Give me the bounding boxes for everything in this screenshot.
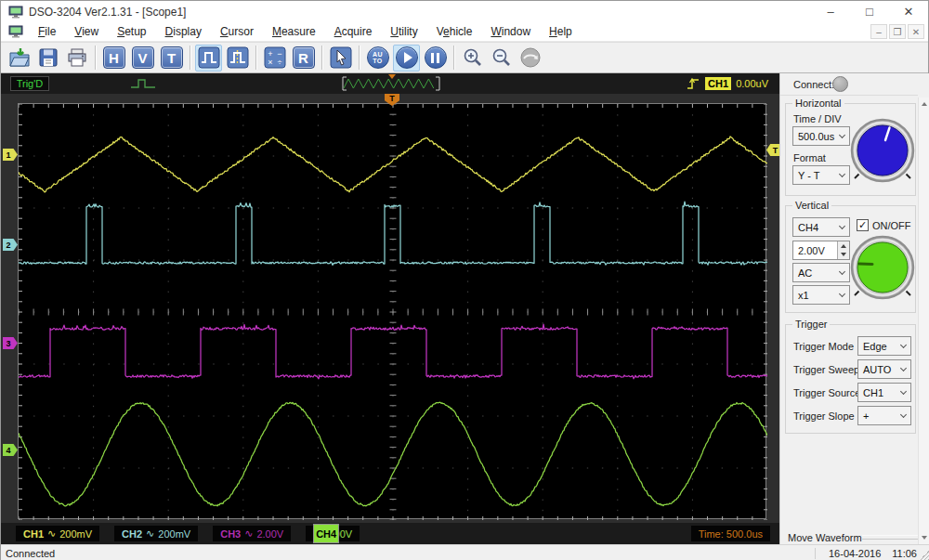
r-letter-icon: R (293, 46, 315, 69)
pulse-measure-button[interactable] (224, 45, 251, 72)
vertical-group-title: Vertical (792, 200, 831, 211)
scrollbar-down-icon[interactable] (919, 531, 929, 544)
menu-help[interactable]: Help (540, 23, 582, 40)
mdi-minimize-button[interactable]: – (870, 24, 887, 39)
connection-status-text: Connected (6, 548, 55, 559)
trigger-sweep-select[interactable]: AUTO (857, 359, 911, 379)
channel-readouts-bar: CH1 ∿ 200mV CH2 ∿ 200mV CH3 ∿ 2.00V CH4 … (1, 523, 779, 544)
ref-waveform-button[interactable]: R (290, 45, 317, 72)
ch3-readout-badge[interactable]: CH3 ∿ 2.00V (213, 526, 291, 541)
channel-onoff-checkbox[interactable]: ✓ (857, 219, 869, 231)
channel-3-position-marker[interactable]: 3 (3, 337, 18, 349)
mdi-close-button[interactable]: ✕ (908, 24, 924, 39)
toolbar-separator (359, 46, 360, 70)
vertical-knob[interactable] (847, 232, 918, 303)
mdi-restore-button[interactable]: ❐ (889, 24, 906, 39)
trigger-source-label: Trigger Source (793, 387, 860, 398)
trigger-level-marker[interactable]: T (766, 144, 780, 156)
trigger-mode-label: Trigger Mode (793, 341, 854, 352)
mdi-child-icon (8, 25, 23, 38)
minimize-button[interactable]: – (811, 1, 850, 22)
chevron-down-icon (900, 388, 907, 395)
pulse-indicator-icon (129, 77, 157, 90)
resize-grip[interactable] (920, 551, 929, 560)
zoom-out-button[interactable] (488, 45, 515, 72)
toolbar-separator (95, 46, 96, 70)
toolbar-separator (453, 46, 454, 70)
run-button[interactable] (393, 45, 420, 72)
menu-utility[interactable]: Utility (381, 23, 426, 40)
format-label: Format (793, 152, 826, 163)
menu-window[interactable]: Window (481, 23, 540, 40)
channel-1-position-marker[interactable]: 1 (3, 149, 18, 161)
print-button[interactable] (63, 45, 90, 72)
chevron-down-icon (839, 132, 845, 138)
waveform-plot-area[interactable] (18, 103, 766, 519)
ch4-readout-badge[interactable]: CH4 ∿ 2.00V (306, 526, 360, 541)
scrollbar-up-icon[interactable] (919, 98, 929, 111)
panel-scrollbar[interactable] (918, 98, 929, 544)
preview-trigger-marker[interactable] (388, 74, 396, 79)
menu-setup[interactable]: Setup (108, 23, 155, 40)
chevron-down-icon (839, 223, 845, 229)
channel-2-position-marker[interactable]: 2 (3, 239, 18, 251)
title-bar: DSO-3204 Ver2.1.31 - [Scope1] – □ ✕ (1, 1, 928, 22)
math-operators-icon: + − × ÷ (264, 46, 286, 69)
autoset-icon: AUTO (367, 46, 389, 69)
trigger-status-badge: Trig'D (10, 76, 49, 91)
oscilloscope-app-window: DSO-3204 Ver2.1.31 - [Scope1] – □ ✕ File… (0, 0, 929, 560)
autoset-button[interactable]: AUTO (364, 45, 391, 72)
menu-bar: File View Setup Display Cursor Measure A… (1, 22, 928, 42)
trigger-panel-button[interactable]: T (158, 45, 185, 72)
horizontal-panel-button[interactable]: H (100, 45, 127, 72)
trigger-slope-select[interactable]: + (857, 406, 911, 425)
time-div-label: Time / DIV (793, 113, 842, 124)
open-button[interactable] (6, 45, 33, 72)
record-position-preview[interactable] (342, 76, 440, 91)
status-bar: Connected 16-04-2016 11:06 (1, 544, 929, 560)
probe-select[interactable]: x1 (792, 285, 850, 305)
onoff-label: ON/OFF (872, 220, 911, 231)
pulse-trigger-button[interactable] (195, 45, 222, 72)
save-button[interactable] (34, 45, 61, 72)
cursor-tool-button[interactable] (327, 45, 354, 72)
horizontal-knob[interactable] (847, 115, 918, 186)
zoom-in-icon (462, 46, 484, 69)
close-button[interactable]: ✕ (889, 1, 928, 22)
menu-measure[interactable]: Measure (263, 23, 325, 40)
menu-vehicle[interactable]: Vehicle (427, 23, 482, 40)
ac-coupling-icon: ∿ (146, 527, 154, 540)
ch2-readout-badge[interactable]: CH2 ∿ 200mV (114, 526, 198, 541)
toolbar-separator (255, 46, 256, 70)
menu-view[interactable]: View (65, 23, 108, 40)
move-waveform-divider (862, 539, 918, 540)
volts-div-spinner: 2.00V (792, 241, 850, 260)
chevron-down-icon (900, 342, 907, 348)
chevron-down-icon (900, 365, 907, 371)
math-button[interactable]: + − × ÷ (261, 45, 288, 72)
self-calibration-button[interactable] (517, 45, 543, 72)
menu-cursor[interactable]: Cursor (211, 23, 263, 40)
pause-icon (425, 46, 447, 69)
channel-4-position-marker[interactable]: 4 (3, 444, 18, 456)
zoom-in-button[interactable] (459, 45, 486, 72)
trigger-source-select[interactable]: CH1 (857, 383, 911, 402)
pause-button[interactable] (422, 45, 449, 72)
vertical-channel-select[interactable]: CH4 (792, 217, 850, 237)
vertical-panel-button[interactable]: V (129, 45, 156, 72)
connect-status-indicator (832, 76, 848, 92)
menu-file[interactable]: File (29, 23, 65, 40)
cursor-arrow-icon (330, 46, 352, 69)
scope-display: Trig'D CH1 0.00uV (1, 73, 779, 544)
time-div-select[interactable]: 500.0us (792, 126, 850, 146)
menu-display[interactable]: Display (156, 23, 211, 40)
maximize-button[interactable]: □ (850, 1, 889, 22)
menu-acquire[interactable]: Acquire (325, 23, 382, 40)
timebase-readout: Time: 500.0us (691, 526, 770, 541)
format-select[interactable]: Y - T (792, 165, 850, 185)
trigger-source-badge: CH1 (705, 77, 731, 90)
ch1-readout-badge[interactable]: CH1 ∿ 200mV (16, 526, 99, 541)
chevron-down-icon (839, 171, 845, 177)
coupling-select[interactable]: AC (792, 263, 850, 282)
trigger-mode-select[interactable]: Edge (857, 336, 911, 356)
